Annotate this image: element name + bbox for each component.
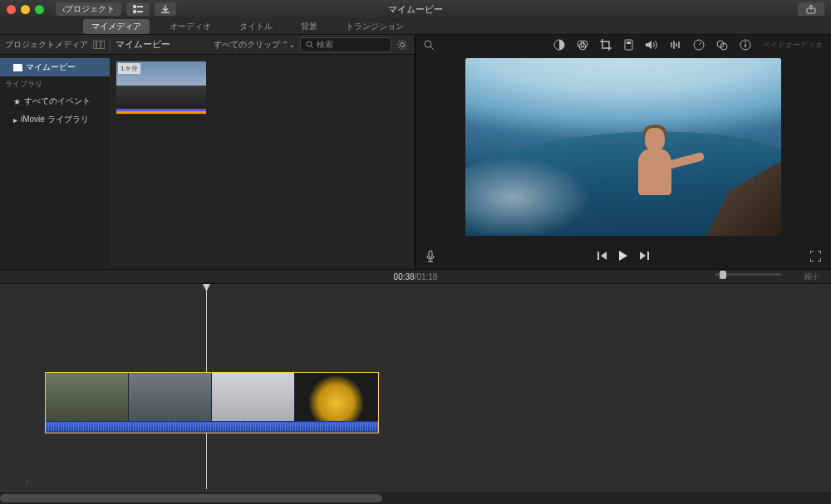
info-icon[interactable]	[740, 39, 751, 51]
library-toggle-button[interactable]	[126, 2, 150, 16]
search-icon	[306, 41, 313, 48]
browser-header: プロジェクトメディア マイムービー すべてのクリップ ⌃⌄ 検索	[0, 35, 415, 55]
browser-body: マイムービー ライブラリ ★ すべてのイベント ▸ iMovie ライブラリ 1…	[0, 55, 415, 269]
clips-filter-label: すべてのクリップ	[214, 39, 280, 51]
preview-sparkle	[465, 141, 623, 236]
timeline-clip[interactable]	[45, 372, 379, 433]
window-title: マイムービー	[388, 3, 443, 16]
preview-person	[623, 128, 681, 228]
viewer-disabled-label: ベイドオーディオ	[763, 40, 823, 51]
close-window-button[interactable]	[7, 5, 16, 14]
timeline-scrollbar[interactable]	[0, 492, 831, 504]
minimize-window-button[interactable]	[21, 5, 30, 14]
svg-rect-32	[429, 251, 432, 257]
zoom-slider-knob[interactable]	[720, 271, 726, 279]
current-time: 00:38	[394, 272, 415, 281]
sidebar-item-all-events[interactable]: ★ すべてのイベント	[0, 92, 110, 110]
main-panel: プロジェクトメディア マイムービー すべてのクリップ ⌃⌄ 検索	[0, 35, 831, 269]
svg-point-11	[398, 41, 406, 49]
color-balance-icon[interactable]	[553, 39, 565, 51]
svg-line-14	[430, 46, 434, 50]
speed-icon[interactable]	[693, 39, 705, 51]
fullscreen-button[interactable]	[810, 251, 821, 262]
tab-my-media[interactable]: マイメディア	[83, 19, 150, 34]
crop-icon[interactable]	[600, 39, 612, 51]
share-icon	[806, 5, 816, 14]
sidebar-item-project-media[interactable]: マイムービー	[0, 58, 110, 76]
search-placeholder: 検索	[317, 39, 333, 51]
share-button[interactable]	[798, 2, 824, 16]
gear-icon	[396, 39, 410, 51]
volume-icon[interactable]	[646, 40, 658, 50]
preview-wrap	[416, 55, 831, 242]
music-note-icon: ♪	[25, 476, 30, 486]
browser-options-button[interactable]	[396, 39, 410, 51]
svg-point-10	[401, 42, 405, 46]
video-preview[interactable]	[465, 58, 781, 236]
tab-transitions[interactable]: トランジション	[337, 19, 412, 34]
waveform-icon	[46, 423, 378, 431]
tab-audio[interactable]: オーディオ	[161, 19, 219, 34]
viewer-panel: ベイドオーディオ	[416, 35, 831, 269]
play-button[interactable]	[619, 251, 627, 261]
svg-rect-0	[133, 5, 136, 8]
updown-icon: ⌃⌄	[282, 40, 295, 49]
previous-button[interactable]	[597, 251, 607, 261]
thumbnail-audio-strip	[116, 109, 206, 111]
svg-rect-12	[13, 66, 22, 71]
svg-rect-5	[93, 41, 105, 49]
playback-bar	[416, 242, 831, 269]
microphone-icon[interactable]	[425, 250, 435, 262]
time-display-row: 00:38 / 01:18 縮小	[0, 269, 831, 284]
media-clip-thumbnail[interactable]: 1.9 分	[116, 61, 206, 114]
color-correction-icon[interactable]	[577, 39, 588, 51]
clip-filter-icon[interactable]	[716, 40, 728, 51]
clip-audio-waveform[interactable]	[46, 421, 378, 433]
media-grid[interactable]: 1.9 分	[110, 55, 415, 269]
tab-backgrounds[interactable]: 背景	[293, 19, 326, 34]
viewer-toolbar: ベイドオーディオ	[416, 35, 831, 55]
tab-titles[interactable]: タイトル	[231, 19, 281, 34]
traffic-lights	[7, 5, 44, 14]
search-field[interactable]: 検索	[300, 37, 391, 52]
sidebar-library-header: ライブラリ	[0, 76, 110, 92]
sidebar-item-imovie-library[interactable]: ▸ iMovie ライブラリ	[0, 110, 110, 129]
browser-panel: プロジェクトメディア マイムービー すべてのクリップ ⌃⌄ 検索	[0, 35, 416, 269]
window-titlebar: ‹ プロジェクト マイムービー	[0, 0, 831, 18]
svg-rect-33	[597, 252, 599, 260]
filmstrip-toggle-icon[interactable]	[93, 41, 105, 49]
media-tabbar: マイメディア オーディオ タイトル 背景 トランジション	[0, 18, 831, 35]
next-button[interactable]	[639, 251, 649, 261]
star-icon: ★	[13, 97, 21, 106]
clips-filter-dropdown[interactable]: すべてのクリップ ⌃⌄	[214, 39, 295, 51]
clip-duration-badge: 1.9 分	[118, 63, 140, 74]
project-name: マイムービー	[116, 38, 170, 51]
zoom-slider[interactable]	[715, 273, 781, 276]
sidebar-item-label: iMovie ライブラリ	[21, 114, 89, 125]
zoom-label: 縮小	[804, 272, 819, 282]
clapperboard-icon	[13, 64, 22, 71]
play-icon	[619, 251, 627, 261]
maximize-window-button[interactable]	[35, 5, 44, 14]
divider	[110, 38, 111, 51]
download-arrow-icon	[161, 5, 170, 13]
audio-track-placeholder[interactable]: ♪	[25, 476, 30, 486]
library-list-icon	[133, 5, 143, 13]
svg-point-31	[745, 42, 746, 43]
svg-rect-34	[647, 252, 649, 260]
svg-rect-20	[627, 42, 631, 44]
playback-controls	[597, 251, 649, 261]
timeline[interactable]: ♪	[0, 284, 831, 504]
svg-rect-19	[625, 40, 632, 50]
titlebar-buttons: ‹ プロジェクト	[56, 2, 176, 16]
stabilization-icon[interactable]	[623, 39, 634, 51]
back-to-projects-button[interactable]: ‹ プロジェクト	[56, 2, 121, 16]
svg-rect-3	[137, 11, 143, 12]
back-label: プロジェクト	[65, 3, 115, 15]
zoom-search-icon[interactable]	[424, 40, 435, 51]
import-button[interactable]	[155, 2, 176, 16]
disclosure-triangle-icon: ▸	[13, 115, 17, 125]
scrollbar-thumb[interactable]	[0, 494, 382, 502]
svg-line-9	[311, 46, 313, 48]
noise-reduction-icon[interactable]	[670, 40, 681, 50]
